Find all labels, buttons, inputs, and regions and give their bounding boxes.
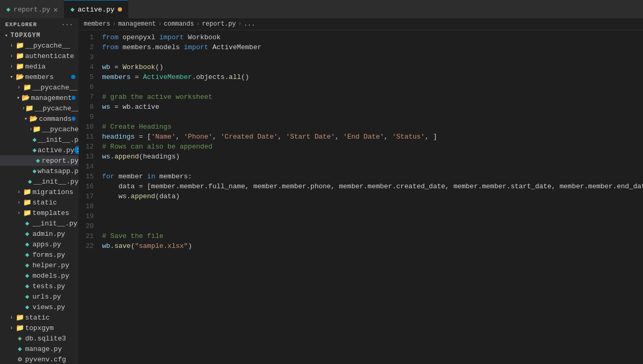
sidebar-item-views-py[interactable]: › ◆ views.py bbox=[0, 302, 79, 312]
line-content-2: from members.models import ActiveMember bbox=[102, 42, 643, 52]
line-content-11: headings = ['Name', 'Phone', 'Created Da… bbox=[102, 132, 643, 142]
sidebar-item-report-py[interactable]: › ◆ report.py bbox=[0, 155, 79, 166]
chevron-down-icon: ▾ bbox=[2, 32, 10, 39]
folder-icon: 📁 bbox=[16, 313, 24, 322]
line-content-1: from openpyxl import Workbook bbox=[102, 32, 643, 42]
sidebar-item-templates[interactable]: › 📁 templates bbox=[0, 208, 79, 218]
sidebar-item-init-cmd[interactable]: › ◆ __init__.py bbox=[0, 134, 79, 145]
sidebar-item-urls-py[interactable]: › ◆ urls.py bbox=[0, 291, 79, 302]
line-num-13: 13 bbox=[79, 152, 102, 162]
management-badge bbox=[72, 96, 75, 100]
code-line-9: 9 bbox=[79, 112, 643, 122]
chevron-right-icon: › bbox=[15, 210, 23, 216]
sidebar-item-init-mgmt[interactable]: › ◆ __init__.py bbox=[0, 176, 79, 187]
sidebar-item-topxgym[interactable]: › 📁 topxgym bbox=[0, 323, 79, 333]
sidebar-item-init-members[interactable]: › ◆ __init__.py bbox=[0, 218, 79, 229]
sidebar-item-pycache-root[interactable]: › 📁 __pycache__ bbox=[0, 40, 79, 51]
code-line-1: 1 from openpyxl import Workbook bbox=[79, 32, 643, 42]
line-content-12: # Rows can also be appended bbox=[102, 142, 643, 152]
code-line-7: 7 # grab the active worksheet bbox=[79, 92, 643, 102]
sidebar-item-commands[interactable]: ▾ 📂 commands bbox=[0, 113, 79, 124]
sidebar-item-db-sqlite[interactable]: › ◈ db.sqlite3 bbox=[0, 333, 79, 344]
sidebar-label-management: management bbox=[31, 94, 72, 102]
py-file-icon: ◆ bbox=[23, 282, 31, 290]
sidebar-item-static-root[interactable]: › 📁 static bbox=[0, 312, 79, 323]
sidebar-item-migrations[interactable]: › 📁 migrations bbox=[0, 187, 79, 197]
line-content-4: wb = Workbook() bbox=[102, 62, 643, 72]
sidebar-header: EXPLORER ··· bbox=[0, 18, 79, 31]
sidebar: EXPLORER ··· ▾ TOPXGYM › 📁 __pycache__ ›… bbox=[0, 18, 79, 364]
sidebar-item-pycache-members[interactable]: › 📁 __pycache__ bbox=[0, 82, 79, 93]
code-line-3: 3 bbox=[79, 52, 643, 62]
py-file-icon: ◆ bbox=[16, 345, 24, 353]
sidebar-label-pycache-cmd: __pycache__ bbox=[42, 126, 79, 133]
sidebar-item-helper-py[interactable]: › ◆ helper.py bbox=[0, 260, 79, 270]
commands-badge bbox=[72, 117, 75, 121]
line-content-13: ws.append(headings) bbox=[102, 152, 643, 162]
sidebar-label-media: media bbox=[25, 63, 46, 71]
sidebar-label-pycache-members: __pycache__ bbox=[32, 84, 77, 92]
line-content-6 bbox=[102, 82, 643, 92]
folder-icon: 📁 bbox=[23, 188, 31, 196]
sidebar-item-active-py[interactable]: › ◆ active.py 1 bbox=[0, 145, 79, 155]
tab-report[interactable]: ◆ report.py ✕ bbox=[0, 0, 64, 18]
line-content-5: members = ActiveMember.objects.all() bbox=[102, 72, 643, 82]
sidebar-item-media[interactable]: › 📁 media bbox=[0, 61, 79, 72]
sidebar-item-tests-py[interactable]: › ◆ tests.py bbox=[0, 281, 79, 291]
sidebar-item-admin-py[interactable]: › ◆ admin.py bbox=[0, 229, 79, 239]
sidebar-item-models-py[interactable]: › ◆ models.py bbox=[0, 270, 79, 281]
line-num-4: 4 bbox=[79, 62, 102, 72]
py-file-icon: ◆ bbox=[23, 251, 31, 259]
sidebar-options-icon[interactable]: ··· bbox=[61, 21, 73, 28]
code-line-8: 8 ws = wb.active bbox=[79, 102, 643, 112]
chevron-down-icon: ▾ bbox=[15, 95, 21, 101]
sidebar-label-views-py: views.py bbox=[32, 303, 65, 311]
chevron-right-icon: › bbox=[15, 85, 23, 90]
tab-modified-dot bbox=[118, 7, 122, 12]
sidebar-item-whatsapp-py[interactable]: › ◆ whatsapp.py bbox=[0, 166, 79, 176]
code-line-22: 22 wb.save("sample.xlsx") bbox=[79, 241, 643, 251]
sidebar-item-pycache-mgmt[interactable]: › 📁 __pycache__ bbox=[0, 103, 79, 113]
sidebar-label-tests-py: tests.py bbox=[32, 282, 65, 290]
line-content-10: # Create Headings bbox=[102, 122, 643, 132]
tab-active[interactable]: ◆ active.py bbox=[64, 0, 128, 18]
chevron-right-icon: › bbox=[7, 64, 16, 70]
code-line-21: 21 # Save the file bbox=[79, 231, 643, 241]
chevron-right-icon: › bbox=[15, 200, 23, 206]
active-py-badge: 1 bbox=[74, 146, 79, 154]
sidebar-label-helper-py: helper.py bbox=[32, 261, 69, 269]
code-editor[interactable]: 1 from openpyxl import Workbook 2 from m… bbox=[79, 30, 643, 364]
sidebar-item-static-members[interactable]: › 📁 static bbox=[0, 197, 79, 208]
sidebar-item-manage-py[interactable]: › ◆ manage.py bbox=[0, 344, 79, 354]
tab-report-close[interactable]: ✕ bbox=[53, 5, 58, 14]
line-num-21: 21 bbox=[79, 231, 102, 241]
sidebar-label-whatsapp-py: whatsapp.py bbox=[38, 167, 79, 175]
sidebar-label-members: members bbox=[25, 73, 54, 81]
sidebar-item-management[interactable]: ▾ 📂 management bbox=[0, 93, 79, 103]
sidebar-label-models-py: models.py bbox=[32, 272, 69, 280]
sidebar-item-apps-py[interactable]: › ◆ apps.py bbox=[0, 239, 79, 249]
sidebar-label-topxgym: topxgym bbox=[25, 324, 54, 332]
sidebar-item-pyvenv-cfg[interactable]: › ⚙ pyvenv.cfg bbox=[0, 354, 79, 364]
line-num-15: 15 bbox=[79, 172, 102, 181]
sidebar-label-report-py: report.py bbox=[42, 157, 79, 165]
sidebar-item-authenticate[interactable]: › 📁 authenticate bbox=[0, 51, 79, 61]
sidebar-item-pycache-cmd[interactable]: › 📁 __pycache__ bbox=[0, 124, 79, 134]
db-icon: ◈ bbox=[16, 334, 24, 343]
breadcrumb-sep2: › bbox=[158, 20, 162, 28]
breadcrumb-dots: ... bbox=[244, 20, 256, 28]
sidebar-root[interactable]: ▾ TOPXGYM bbox=[0, 31, 79, 40]
sidebar-item-forms-py[interactable]: › ◆ forms.py bbox=[0, 249, 79, 260]
py-file-icon: ◆ bbox=[27, 177, 32, 186]
sidebar-label-init-members: __init__.py bbox=[32, 220, 77, 228]
sidebar-item-members[interactable]: ▾ 📂 members bbox=[0, 72, 79, 82]
breadcrumb-sep3: › bbox=[196, 20, 199, 28]
py-file-icon: ◆ bbox=[23, 240, 31, 248]
line-num-17: 17 bbox=[79, 191, 102, 201]
code-line-11: 11 headings = ['Name', 'Phone', 'Created… bbox=[79, 132, 643, 142]
line-num-3: 3 bbox=[79, 52, 102, 62]
sidebar-label-init-mgmt: __init__.py bbox=[34, 178, 79, 186]
line-content-19 bbox=[102, 211, 643, 221]
line-num-19: 19 bbox=[79, 211, 102, 221]
code-line-17: 17 ws.append(data) bbox=[79, 191, 643, 201]
